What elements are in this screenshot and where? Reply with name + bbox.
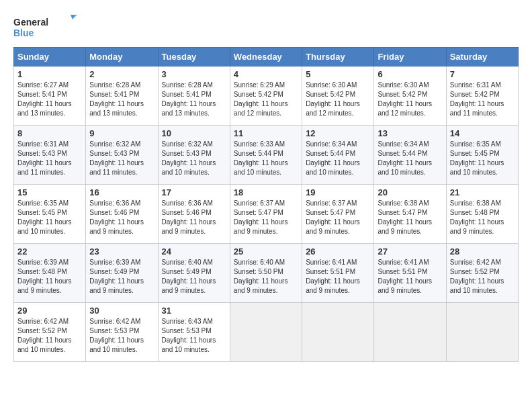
calendar-day-cell [446,303,518,362]
calendar-day-header: Tuesday [158,48,230,66]
calendar-header-row: SundayMondayTuesdayWednesdayThursdayFrid… [14,48,519,66]
day-info: Sunrise: 6:31 AMSunset: 5:43 PMDaylight:… [17,140,72,176]
calendar-day-cell: 1 Sunrise: 6:27 AMSunset: 5:41 PMDayligh… [14,66,86,126]
calendar-day-cell: 19 Sunrise: 6:37 AMSunset: 5:47 PMDaylig… [302,185,374,244]
calendar-week-row: 29 Sunrise: 6:42 AMSunset: 5:52 PMDaylig… [14,303,519,362]
day-info: Sunrise: 6:41 AMSunset: 5:51 PMDaylight:… [306,259,360,294]
day-info: Sunrise: 6:39 AMSunset: 5:48 PMDaylight:… [17,259,72,294]
calendar-day-cell: 10 Sunrise: 6:32 AMSunset: 5:43 PMDaylig… [158,126,230,185]
day-info: Sunrise: 6:42 AMSunset: 5:53 PMDaylight:… [89,318,144,353]
calendar-day-cell: 8 Sunrise: 6:31 AMSunset: 5:43 PMDayligh… [14,126,86,185]
day-number: 7 [450,69,515,79]
day-number: 31 [162,306,226,316]
calendar-day-header: Friday [374,48,446,66]
svg-text:Blue: Blue [13,28,34,38]
day-info: Sunrise: 6:37 AMSunset: 5:47 PMDaylight:… [306,199,360,235]
calendar-day-cell: 14 Sunrise: 6:35 AMSunset: 5:45 PMDaylig… [446,126,518,185]
day-info: Sunrise: 6:35 AMSunset: 5:45 PMDaylight:… [17,199,72,235]
day-info: Sunrise: 6:29 AMSunset: 5:42 PMDaylight:… [234,81,288,117]
header: General Blue [13,13,519,40]
calendar-week-row: 1 Sunrise: 6:27 AMSunset: 5:41 PMDayligh… [14,66,519,126]
calendar-week-row: 8 Sunrise: 6:31 AMSunset: 5:43 PMDayligh… [14,126,519,185]
calendar-day-cell: 25 Sunrise: 6:40 AMSunset: 5:50 PMDaylig… [230,244,302,303]
calendar-day-cell: 9 Sunrise: 6:32 AMSunset: 5:43 PMDayligh… [86,126,158,185]
day-info: Sunrise: 6:34 AMSunset: 5:44 PMDaylight:… [378,140,432,176]
day-number: 26 [306,246,370,257]
day-number: 16 [89,187,154,197]
calendar-day-header: Saturday [446,48,518,66]
calendar-week-row: 22 Sunrise: 6:39 AMSunset: 5:48 PMDaylig… [14,244,519,303]
day-info: Sunrise: 6:31 AMSunset: 5:42 PMDaylight:… [450,81,504,117]
day-number: 1 [17,69,82,79]
calendar-day-cell [230,303,302,362]
calendar-day-header: Sunday [14,48,86,66]
calendar-day-cell: 15 Sunrise: 6:35 AMSunset: 5:45 PMDaylig… [14,185,86,244]
day-info: Sunrise: 6:42 AMSunset: 5:52 PMDaylight:… [17,318,72,353]
calendar-day-cell: 11 Sunrise: 6:33 AMSunset: 5:44 PMDaylig… [230,126,302,185]
calendar-day-cell: 18 Sunrise: 6:37 AMSunset: 5:47 PMDaylig… [230,185,302,244]
day-info: Sunrise: 6:40 AMSunset: 5:49 PMDaylight:… [162,259,216,294]
calendar-day-cell [302,303,374,362]
day-number: 24 [162,246,226,257]
day-number: 19 [306,187,370,197]
day-info: Sunrise: 6:30 AMSunset: 5:42 PMDaylight:… [378,81,432,117]
calendar-day-cell: 16 Sunrise: 6:36 AMSunset: 5:46 PMDaylig… [86,185,158,244]
day-number: 11 [234,128,298,138]
svg-text:General: General [13,17,48,28]
day-number: 9 [89,128,154,138]
calendar-day-cell: 27 Sunrise: 6:41 AMSunset: 5:51 PMDaylig… [374,244,446,303]
day-number: 23 [89,246,154,257]
day-number: 10 [162,128,226,138]
day-info: Sunrise: 6:28 AMSunset: 5:41 PMDaylight:… [89,81,144,117]
day-number: 13 [378,128,442,138]
day-info: Sunrise: 6:35 AMSunset: 5:45 PMDaylight:… [450,140,504,176]
day-number: 21 [450,187,515,197]
day-number: 5 [306,69,370,79]
calendar-day-cell: 7 Sunrise: 6:31 AMSunset: 5:42 PMDayligh… [446,66,518,126]
day-info: Sunrise: 6:38 AMSunset: 5:48 PMDaylight:… [450,199,504,235]
calendar-day-cell: 26 Sunrise: 6:41 AMSunset: 5:51 PMDaylig… [302,244,374,303]
day-number: 15 [17,187,82,197]
logo: General Blue [13,13,81,40]
day-info: Sunrise: 6:38 AMSunset: 5:47 PMDaylight:… [378,199,432,235]
day-info: Sunrise: 6:33 AMSunset: 5:44 PMDaylight:… [234,140,288,176]
calendar-week-row: 15 Sunrise: 6:35 AMSunset: 5:45 PMDaylig… [14,185,519,244]
calendar-day-cell: 5 Sunrise: 6:30 AMSunset: 5:42 PMDayligh… [302,66,374,126]
day-number: 17 [162,187,226,197]
day-number: 3 [162,69,226,79]
calendar-day-cell: 3 Sunrise: 6:28 AMSunset: 5:41 PMDayligh… [158,66,230,126]
calendar-day-cell: 4 Sunrise: 6:29 AMSunset: 5:42 PMDayligh… [230,66,302,126]
day-info: Sunrise: 6:41 AMSunset: 5:51 PMDaylight:… [378,259,432,294]
calendar-day-cell: 6 Sunrise: 6:30 AMSunset: 5:42 PMDayligh… [374,66,446,126]
day-info: Sunrise: 6:36 AMSunset: 5:46 PMDaylight:… [162,199,216,235]
day-info: Sunrise: 6:32 AMSunset: 5:43 PMDaylight:… [162,140,216,176]
day-number: 20 [378,187,442,197]
day-number: 6 [378,69,442,79]
day-number: 8 [17,128,82,138]
calendar-day-cell: 24 Sunrise: 6:40 AMSunset: 5:49 PMDaylig… [158,244,230,303]
day-number: 12 [306,128,370,138]
calendar-day-header: Thursday [302,48,374,66]
calendar-day-cell: 30 Sunrise: 6:42 AMSunset: 5:53 PMDaylig… [86,303,158,362]
day-number: 29 [17,306,82,316]
day-info: Sunrise: 6:37 AMSunset: 5:47 PMDaylight:… [234,199,288,235]
calendar-day-cell: 29 Sunrise: 6:42 AMSunset: 5:52 PMDaylig… [14,303,86,362]
calendar-day-cell: 17 Sunrise: 6:36 AMSunset: 5:46 PMDaylig… [158,185,230,244]
calendar-day-cell: 21 Sunrise: 6:38 AMSunset: 5:48 PMDaylig… [446,185,518,244]
calendar-day-cell: 28 Sunrise: 6:42 AMSunset: 5:52 PMDaylig… [446,244,518,303]
calendar-day-cell [374,303,446,362]
day-number: 25 [234,246,298,257]
logo-svg: General Blue [13,13,81,40]
calendar-day-cell: 20 Sunrise: 6:38 AMSunset: 5:47 PMDaylig… [374,185,446,244]
calendar-day-cell: 12 Sunrise: 6:34 AMSunset: 5:44 PMDaylig… [302,126,374,185]
day-info: Sunrise: 6:40 AMSunset: 5:50 PMDaylight:… [234,259,288,294]
calendar-day-cell: 22 Sunrise: 6:39 AMSunset: 5:48 PMDaylig… [14,244,86,303]
day-info: Sunrise: 6:42 AMSunset: 5:52 PMDaylight:… [450,259,504,294]
day-info: Sunrise: 6:43 AMSunset: 5:53 PMDaylight:… [162,318,216,353]
day-info: Sunrise: 6:34 AMSunset: 5:44 PMDaylight:… [306,140,360,176]
day-info: Sunrise: 6:36 AMSunset: 5:46 PMDaylight:… [89,199,144,235]
day-number: 4 [234,69,298,79]
day-number: 22 [17,246,82,257]
calendar-day-cell: 2 Sunrise: 6:28 AMSunset: 5:41 PMDayligh… [86,66,158,126]
day-number: 14 [450,128,515,138]
